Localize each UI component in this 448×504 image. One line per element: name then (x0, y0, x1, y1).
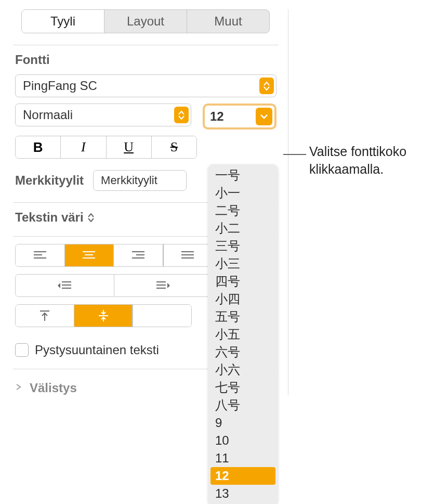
vertical-text-checkbox[interactable] (15, 343, 29, 357)
align-justify-icon (180, 250, 195, 261)
font-style-buttons: B I U S (15, 136, 197, 159)
font-size-menu: 一号小一二号小二三号小三四号小四五号小五六号小六七号八号910111213 (208, 164, 278, 504)
font-size-option[interactable]: 11 (208, 449, 278, 467)
align-center-button[interactable] (65, 244, 114, 266)
chevron-down-icon (256, 108, 272, 125)
align-right-button[interactable] (114, 244, 164, 266)
italic-button[interactable]: I (61, 136, 106, 158)
align-center-icon (82, 250, 96, 261)
font-size-option[interactable]: 七号 (208, 379, 278, 396)
tab-more[interactable]: Muut (187, 10, 269, 33)
valign-middle-button[interactable] (74, 305, 133, 327)
callout-line (283, 154, 306, 155)
font-size-option[interactable]: 小一 (208, 184, 278, 202)
align-right-icon (131, 250, 146, 261)
tab-bar: Tyyli Layout Muut (21, 9, 270, 33)
strikethrough-button[interactable]: S (152, 136, 196, 158)
font-size-option[interactable]: 10 (208, 432, 278, 449)
font-size-option[interactable]: 小四 (208, 290, 278, 308)
vertical-text-label: Pystysuuntainen teksti (35, 343, 159, 357)
divider (13, 45, 279, 45)
text-color-label: Tekstin väri (15, 210, 84, 225)
increase-indent-icon (155, 280, 171, 291)
font-size-value: 12 (210, 109, 256, 124)
font-size-option[interactable]: 12 (210, 467, 275, 485)
increase-indent-button[interactable] (114, 275, 213, 296)
font-size-popup[interactable]: 12 (203, 104, 276, 130)
align-left-button[interactable] (16, 244, 65, 266)
character-styles-popup[interactable]: Merkkityylit (93, 170, 187, 191)
valign-top-icon (39, 309, 50, 322)
character-styles-value: Merkkityylit (101, 174, 184, 187)
underline-button[interactable]: U (107, 136, 152, 158)
align-left-icon (33, 250, 47, 261)
align-justify-button[interactable] (164, 244, 213, 266)
callout-text: Valitse fonttikoko klikkaamalla. (309, 143, 448, 178)
chevron-right-icon (15, 383, 24, 393)
font-weight-value: Normaali (23, 108, 174, 122)
popup-arrows-icon[interactable] (88, 213, 94, 222)
valign-middle-icon (98, 309, 109, 322)
tab-style[interactable]: Tyyli (22, 10, 104, 33)
font-size-option[interactable]: 小二 (208, 219, 278, 237)
font-size-option[interactable]: 六号 (208, 343, 278, 361)
popup-arrows-icon (174, 107, 189, 123)
spacing-label: Välistys (30, 381, 77, 395)
font-size-option[interactable]: 五号 (208, 308, 278, 326)
font-size-option[interactable]: 小三 (208, 255, 278, 273)
decrease-indent-icon (57, 280, 72, 291)
bold-button[interactable]: B (16, 136, 61, 158)
font-weight-popup[interactable]: Normaali (15, 104, 191, 126)
valign-bottom-button[interactable] (133, 305, 191, 327)
popup-arrows-icon (259, 77, 274, 94)
font-size-option[interactable]: 四号 (208, 273, 278, 290)
font-size-option[interactable]: 一号 (208, 166, 278, 184)
decrease-indent-button[interactable] (16, 275, 114, 296)
font-size-option[interactable]: 9 (208, 414, 278, 432)
tab-layout[interactable]: Layout (104, 10, 187, 33)
character-styles-label: Merkkityylit (15, 173, 84, 188)
font-size-option[interactable]: 小五 (208, 326, 278, 343)
valign-top-button[interactable] (16, 305, 74, 327)
font-section-label: Fontti (15, 53, 279, 67)
vertical-align-buttons (15, 304, 192, 327)
horizontal-align-buttons (15, 244, 213, 267)
font-size-option[interactable]: 13 (208, 485, 278, 502)
font-size-option[interactable]: 二号 (208, 202, 278, 219)
indent-buttons (15, 274, 213, 297)
font-family-value: PingFang SC (23, 79, 259, 93)
font-family-popup[interactable]: PingFang SC (15, 74, 276, 97)
font-size-option[interactable]: 小六 (208, 361, 278, 379)
font-size-option[interactable]: 三号 (208, 237, 278, 255)
font-size-option[interactable]: 八号 (208, 396, 278, 414)
